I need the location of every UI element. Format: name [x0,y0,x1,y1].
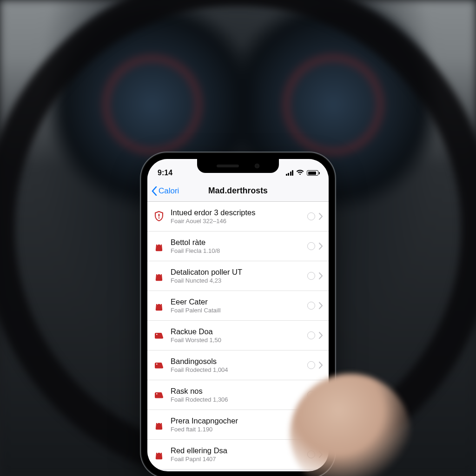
list-item-subtitle: Foail Rodected 1,004 [171,366,304,374]
selection-radio[interactable] [307,212,315,220]
selection-radio[interactable] [307,421,315,429]
list-item-subtitle: Foail Flecla 1.10/8 [171,247,304,255]
list-item[interactable]: Rackue DoaFoail Worsted 1,50 [147,321,329,350]
front-camera [255,164,259,168]
status-time: 9:14 [158,169,172,177]
bag-icon [154,449,164,460]
list-item-title: Red ellering Dsa [171,446,304,455]
chevron-right-icon [319,302,323,309]
selection-radio[interactable] [307,242,315,250]
back-button[interactable]: Calori [151,180,179,201]
bag-icon [154,271,164,282]
list-item-subtitle: Foed ftait 1.190 [171,426,304,433]
chevron-right-icon [319,421,323,428]
list-item-subtitle: Foail Worsted 1,50 [171,337,304,344]
chevron-right-icon [319,272,323,279]
list-item-title: Intued erdor 3 descriptes [171,208,304,217]
list-item-subtitle: Foair Aouel 322–146 [171,218,304,225]
list-item-subtitle: Foail Rodected 1,306 [171,396,304,403]
tag-icon [154,330,164,341]
chevron-right-icon [319,391,323,398]
selection-radio[interactable] [307,331,315,339]
selection-radio[interactable] [307,450,315,458]
list-item-title: Prera Incapngocher [171,416,304,425]
list-item[interactable]: Bettol ràteFoail Flecla 1.10/8 [147,231,329,261]
list-item-title: Bandingosols [171,357,304,366]
list-item-subtitle: Foail Papnl 1407 [171,456,304,463]
phone-frame: 9:14 Calori [141,152,335,476]
selection-radio[interactable] [307,361,315,369]
list-item[interactable]: Red ellering DsaFoail Papnl 1407 [147,440,329,469]
earpiece-speaker [217,165,239,167]
shield-icon [154,211,164,222]
list-item[interactable]: Intued erdor 3 descriptesFoair Aouel 322… [147,202,329,231]
list-item[interactable]: Eeer CaterFoail Palenl Cataill [147,291,329,321]
cellular-signal-icon [286,170,294,176]
chevron-right-icon [319,362,323,369]
chevron-left-icon [151,186,158,196]
list-item[interactable]: BandingosolsFoail Rodected 1,004 [147,350,329,380]
list-item-title: Detalicaton poller UT [171,267,304,277]
navigation-bar: Calori Mad.derthrosts [147,180,329,202]
wifi-icon [296,169,304,177]
chevron-right-icon [319,243,323,250]
bag-icon [154,300,164,311]
diagnostic-list: Intued erdor 3 descriptesFoair Aouel 322… [147,202,329,469]
list-item-title: Bettol ràte [171,238,304,247]
back-label: Calori [159,186,179,196]
list-item-title: Rackue Doa [171,327,304,336]
phone-screen: 9:14 Calori [147,159,329,471]
page-title: Mad.derthrosts [208,186,268,196]
list-item-subtitle: Foail Palenl Cataill [171,307,304,314]
list-item-subtitle: Foail Nuncted 4,23 [171,277,304,284]
list-item-title: Rask nos [171,386,304,396]
selection-radio[interactable] [307,391,315,399]
chevron-right-icon [319,332,323,339]
tag-icon [154,360,164,371]
battery-icon [307,170,318,176]
bag-icon [154,241,164,252]
list-item[interactable]: Detalicaton poller UTFoail Nuncted 4,23 [147,261,329,291]
tag-icon [154,390,164,401]
phone-notch [197,159,279,173]
list-item-title: Eeer Cater [171,297,304,306]
selection-radio[interactable] [307,302,315,310]
selection-radio[interactable] [307,272,315,280]
list-item[interactable]: Prera IncapngocherFoed ftait 1.190 [147,410,329,440]
chevron-right-icon [319,451,323,458]
bag-icon [154,419,164,430]
chevron-right-icon [319,213,323,220]
status-right-cluster [286,169,319,177]
list-item[interactable]: Rask nosFoail Rodected 1,306 [147,380,329,410]
